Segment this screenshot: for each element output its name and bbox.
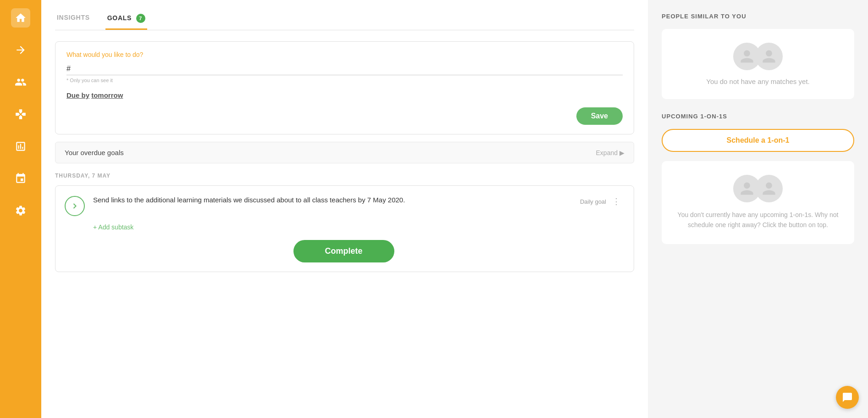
main-content: INSIGHTS GOALS 7 What would you like to … xyxy=(41,0,868,418)
presentation-icon[interactable] xyxy=(11,137,30,156)
goal-item-card: Send links to the additional learning ma… xyxy=(55,185,634,272)
avatar-group xyxy=(733,43,783,70)
goal-card-top: Send links to the additional learning ma… xyxy=(65,195,623,216)
new-goal-input[interactable] xyxy=(66,63,623,75)
save-button[interactable]: Save xyxy=(576,107,623,125)
due-by-text: Due by tomorrow xyxy=(66,91,623,99)
new-goal-label: What would you like to do? xyxy=(66,51,623,58)
chevron-right-icon: ▶ xyxy=(619,149,625,156)
goal-menu-button[interactable]: ⋮ xyxy=(610,195,623,208)
schedule-button[interactable]: Schedule a 1-on-1 xyxy=(662,129,854,152)
settings-icon[interactable] xyxy=(11,201,30,220)
upcoming-avatar-2 xyxy=(755,175,783,202)
add-subtask-button[interactable]: + Add subtask xyxy=(93,223,623,231)
goal-tag: Daily goal xyxy=(580,198,606,205)
upcoming-empty-card: You don't currently have any upcoming 1-… xyxy=(662,161,854,244)
upcoming-section: UPCOMING 1-ON-1S Schedule a 1-on-1 You d… xyxy=(662,113,854,244)
arrow-right-icon[interactable] xyxy=(11,40,30,60)
save-btn-row: Save xyxy=(66,107,623,125)
tab-insights[interactable]: INSIGHTS xyxy=(55,9,92,30)
goal-text-area: Send links to the additional learning ma… xyxy=(93,195,572,206)
people-similar-title: PEOPLE SIMILAR TO YOU xyxy=(662,13,854,20)
complete-button[interactable]: Complete xyxy=(293,240,394,262)
org-chart-icon[interactable] xyxy=(11,169,30,188)
chat-bubble-button[interactable] xyxy=(836,386,859,409)
goal-complete-circle-button[interactable] xyxy=(65,196,85,216)
expand-link[interactable]: Expand ▶ xyxy=(596,149,625,156)
input-hint: * Only you can see it xyxy=(66,78,623,83)
home-icon[interactable] xyxy=(11,8,30,28)
tabs: INSIGHTS GOALS 7 xyxy=(55,9,634,30)
upcoming-empty-text: You don't currently have any upcoming 1-… xyxy=(671,210,845,230)
overdue-goals-bar[interactable]: Your overdue goals Expand ▶ xyxy=(55,142,634,163)
people-similar-card: You do not have any matches yet. xyxy=(662,29,854,99)
complete-btn-row: Complete xyxy=(65,240,623,262)
sidebar xyxy=(0,0,41,418)
gamepad-icon[interactable] xyxy=(11,105,30,124)
due-date-link[interactable]: tomorrow xyxy=(91,91,123,99)
center-panel: INSIGHTS GOALS 7 What would you like to … xyxy=(41,0,648,418)
upcoming-avatar-group xyxy=(733,175,783,202)
overdue-label: Your overdue goals xyxy=(65,149,124,156)
goal-meta: Daily goal ⋮ xyxy=(580,195,623,208)
people-icon[interactable] xyxy=(11,72,30,92)
goal-text: Send links to the additional learning ma… xyxy=(93,196,405,204)
section-date: THURSDAY, 7 MAY xyxy=(55,173,634,179)
no-matches-text: You do not have any matches yet. xyxy=(706,78,809,85)
upcoming-title: UPCOMING 1-ON-1S xyxy=(662,113,854,120)
new-goal-card: What would you like to do? * Only you ca… xyxy=(55,41,634,134)
avatar-placeholder-2 xyxy=(755,43,783,70)
tab-goals[interactable]: GOALS 7 xyxy=(105,9,147,30)
right-panel: PEOPLE SIMILAR TO YOU You do not have an… xyxy=(648,0,868,418)
goals-badge: 7 xyxy=(136,14,145,23)
